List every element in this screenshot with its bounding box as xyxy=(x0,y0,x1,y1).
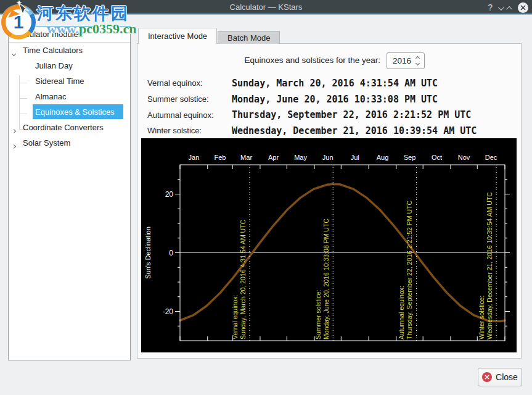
sidebar-item-label: Equinoxes & Solstices xyxy=(35,107,115,117)
svg-text:Thursday, September 22, 2016 2: Thursday, September 22, 2016 2:21:52 PM … xyxy=(406,200,413,339)
declination-chart: JanFebMarAprMayJunJulAugSepOctNovDec200-… xyxy=(141,138,517,352)
sidebar-item-label: Solar System xyxy=(23,138,70,148)
sidebar-item-coordinate-converters[interactable]: Coordinate Converters xyxy=(9,120,130,135)
sidebar-item-time-calculators[interactable]: Time Calculators xyxy=(9,43,130,58)
svg-text:-20: -20 xyxy=(163,307,174,316)
svg-text:Feb: Feb xyxy=(215,154,226,161)
result-value: Wednesday, December 21, 2016 10:39:54 AM… xyxy=(232,125,477,136)
year-label: Equinoxes and solstices for the year: xyxy=(244,56,380,65)
close-button[interactable]: Close xyxy=(478,368,522,386)
result-label: Autumnal equinox: xyxy=(147,110,232,120)
tree-header: Calculator modules xyxy=(9,27,130,43)
sidebar-item-label: Sidereal Time xyxy=(35,77,84,86)
expander-closed-icon[interactable] xyxy=(12,141,17,146)
svg-text:Sep: Sep xyxy=(404,154,416,161)
maximize-icon[interactable] xyxy=(508,2,512,13)
result-label: Vernal equinox: xyxy=(147,78,232,88)
svg-text:Wednesday, December 21, 2016 1: Wednesday, December 21, 2016 10:39:54 AM… xyxy=(486,192,493,339)
close-icon xyxy=(520,5,526,10)
sidebar-item-almanac[interactable]: Almanac xyxy=(9,89,130,104)
close-button-label: Close xyxy=(496,372,518,382)
svg-text:May: May xyxy=(294,154,307,161)
result-row-vernal-equinox: Vernal equinox: Sunday, March 20, 2016 4… xyxy=(147,75,477,91)
svg-text:Autumnal equinox:: Autumnal equinox: xyxy=(398,286,405,339)
svg-text:Apr: Apr xyxy=(268,154,279,161)
svg-text:Aug: Aug xyxy=(377,154,389,161)
sidebar-item-label: Coordinate Converters xyxy=(23,123,104,132)
svg-text:Winter solstice:: Winter solstice: xyxy=(478,296,485,339)
help-icon[interactable]: ? xyxy=(488,0,493,15)
result-label: Winter solstice: xyxy=(147,126,232,135)
svg-text:Oct: Oct xyxy=(432,154,442,161)
results-list: Vernal equinox: Sunday, March 20, 2016 4… xyxy=(147,75,477,139)
svg-text:Summer solstice:: Summer solstice: xyxy=(314,289,322,339)
year-row: Equinoxes and solstices for the year: 20… xyxy=(137,52,425,69)
titlebar: Calculator — KStars ? xyxy=(0,0,532,15)
svg-text:Mar: Mar xyxy=(240,154,252,161)
svg-text:0: 0 xyxy=(169,249,173,257)
svg-text:Jan: Jan xyxy=(189,154,200,161)
tab-interactive-mode[interactable]: Interactive Mode xyxy=(138,28,217,44)
tab-bar: Interactive Mode Batch Mode xyxy=(138,28,280,44)
svg-text:20: 20 xyxy=(165,190,174,199)
window-close-button[interactable] xyxy=(518,2,528,13)
result-row-autumnal-equinox: Autumnal equinox: Thursday, September 22… xyxy=(147,107,477,123)
sidebar-item-label: Julian Day xyxy=(35,61,73,70)
result-row-winter-solstice: Winter solstice: Wednesday, December 21,… xyxy=(147,123,477,139)
spin-down-icon[interactable] xyxy=(415,61,419,65)
sidebar-item-solar-system[interactable]: Solar System xyxy=(9,135,130,151)
interactive-mode-panel: Equinoxes and solstices for the year: 20… xyxy=(137,43,522,359)
result-value: Monday, June 20, 2016 10:33:08 PM UTC xyxy=(232,94,438,105)
year-value[interactable]: 2016 xyxy=(387,56,413,65)
svg-text:Jul: Jul xyxy=(351,154,359,161)
svg-text:Monday, June 20, 2016 10:33:08: Monday, June 20, 2016 10:33:08 PM UTC xyxy=(322,218,330,339)
dialog-close-icon xyxy=(482,372,492,382)
chevron-up-icon xyxy=(506,6,512,12)
svg-text:Sunday, March 20, 2016 4:31:54: Sunday, March 20, 2016 4:31:54 AM UTC xyxy=(239,219,247,339)
calculator-window: Calculator — KStars ? 1 河东软件园 www.pc0359… xyxy=(0,0,532,395)
sidebar-item-label: Time Calculators xyxy=(23,46,83,55)
svg-text:Sun's Declination: Sun's Declination xyxy=(144,227,152,279)
window-title: Calculator — KStars xyxy=(0,2,532,12)
result-value: Thursday, September 22, 2016 2:21:52 PM … xyxy=(232,109,471,120)
svg-text:Jun: Jun xyxy=(322,154,334,161)
svg-text:Vernal equinox:: Vernal equinox: xyxy=(231,295,239,339)
tree-body: Time Calculators Julian Day Sidereal Tim… xyxy=(9,43,130,151)
sidebar-item-julian-day[interactable]: Julian Day xyxy=(9,58,130,73)
shade-icon[interactable] xyxy=(498,2,502,13)
result-label: Summer solstice: xyxy=(147,94,232,104)
result-row-summer-solstice: Summer solstice: Monday, June 20, 2016 1… xyxy=(147,91,477,107)
spinbox-arrows xyxy=(413,57,424,65)
sidebar-item-label: Almanac xyxy=(35,92,67,101)
chevron-down-icon xyxy=(498,4,504,10)
sidebar-item-equinoxes-solstices[interactable]: Equinoxes & Solstices xyxy=(9,104,130,120)
calculator-modules-tree: Calculator modules Time Calculators Juli… xyxy=(8,26,131,360)
window-controls: ? xyxy=(488,0,528,15)
result-value: Sunday, March 20, 2016 4:31:54 AM UTC xyxy=(232,78,438,89)
spin-up-icon[interactable] xyxy=(415,56,419,60)
svg-text:Dec: Dec xyxy=(485,154,497,161)
svg-text:Nov: Nov xyxy=(458,154,470,161)
tab-batch-mode[interactable]: Batch Mode xyxy=(218,31,280,44)
declination-plot: JanFebMarAprMayJunJulAugSepOctNovDec200-… xyxy=(141,138,517,352)
expander-closed-icon[interactable] xyxy=(12,125,17,130)
sidebar-item-sidereal-time[interactable]: Sidereal Time xyxy=(9,73,130,89)
expander-open-icon[interactable] xyxy=(12,48,17,53)
year-spinbox[interactable]: 2016 xyxy=(387,52,425,69)
